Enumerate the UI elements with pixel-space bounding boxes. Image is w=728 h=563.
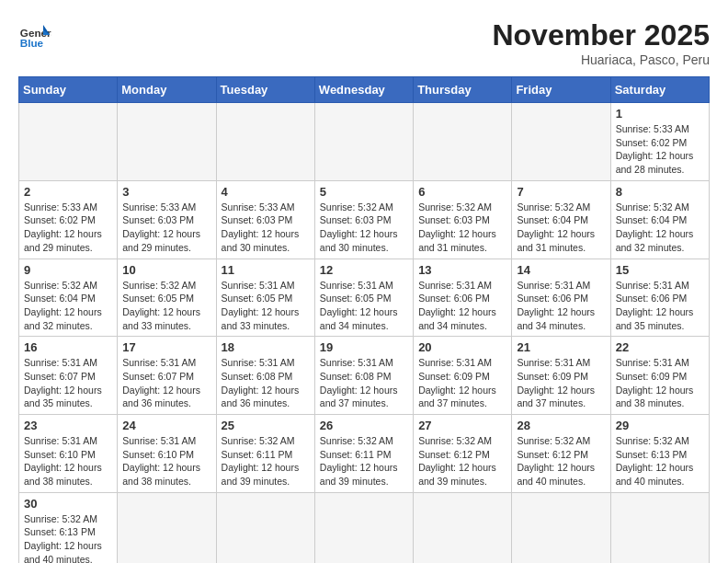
day-number: 15 [616, 263, 704, 277]
day-number: 24 [122, 419, 210, 432]
day-number: 21 [517, 340, 605, 354]
calendar-cell: 30Sunrise: 5:32 AM Sunset: 6:13 PM Dayli… [19, 492, 118, 563]
calendar-cell: 4Sunrise: 5:33 AM Sunset: 6:03 PM Daylig… [216, 180, 314, 259]
calendar-cell [414, 103, 512, 181]
day-info: Sunrise: 5:32 AM Sunset: 6:04 PM Dayligh… [517, 201, 605, 255]
day-number: 4 [222, 185, 310, 199]
day-info: Sunrise: 5:31 AM Sunset: 6:10 PM Dayligh… [24, 434, 112, 488]
weekday-header-monday: Monday [118, 77, 216, 103]
calendar-cell [610, 492, 709, 563]
day-info: Sunrise: 5:32 AM Sunset: 6:12 PM Dayligh… [517, 434, 605, 488]
day-number: 16 [24, 340, 112, 354]
day-number: 6 [418, 185, 506, 199]
day-number: 30 [24, 497, 112, 511]
day-number: 1 [616, 107, 704, 121]
day-number: 12 [320, 263, 408, 277]
calendar-cell: 14Sunrise: 5:31 AM Sunset: 6:06 PM Dayli… [512, 259, 610, 337]
weekday-header-row: SundayMondayTuesdayWednesdayThursdayFrid… [19, 77, 710, 103]
calendar-cell: 6Sunrise: 5:32 AM Sunset: 6:03 PM Daylig… [414, 180, 512, 259]
calendar-cell: 5Sunrise: 5:32 AM Sunset: 6:03 PM Daylig… [314, 180, 413, 259]
day-info: Sunrise: 5:31 AM Sunset: 6:08 PM Dayligh… [320, 356, 408, 410]
day-info: Sunrise: 5:32 AM Sunset: 6:11 PM Dayligh… [222, 434, 310, 488]
calendar-cell: 8Sunrise: 5:32 AM Sunset: 6:04 PM Daylig… [610, 180, 709, 259]
weekday-header-tuesday: Tuesday [216, 77, 314, 103]
day-info: Sunrise: 5:31 AM Sunset: 6:07 PM Dayligh… [122, 356, 210, 410]
calendar-week-row: 16Sunrise: 5:31 AM Sunset: 6:07 PM Dayli… [19, 337, 710, 415]
day-info: Sunrise: 5:32 AM Sunset: 6:11 PM Dayligh… [320, 434, 408, 488]
calendar-cell [314, 103, 413, 181]
day-number: 13 [418, 263, 506, 277]
day-info: Sunrise: 5:32 AM Sunset: 6:05 PM Dayligh… [122, 279, 210, 333]
day-info: Sunrise: 5:32 AM Sunset: 6:04 PM Dayligh… [24, 279, 112, 333]
day-info: Sunrise: 5:31 AM Sunset: 6:05 PM Dayligh… [222, 279, 310, 333]
day-number: 23 [24, 419, 112, 432]
calendar-cell: 12Sunrise: 5:31 AM Sunset: 6:05 PM Dayli… [314, 259, 413, 337]
day-number: 17 [122, 340, 210, 354]
day-info: Sunrise: 5:31 AM Sunset: 6:09 PM Dayligh… [616, 356, 704, 410]
calendar-cell [216, 492, 314, 563]
calendar-week-row: 9Sunrise: 5:32 AM Sunset: 6:04 PM Daylig… [19, 259, 710, 337]
day-info: Sunrise: 5:31 AM Sunset: 6:05 PM Dayligh… [320, 279, 408, 333]
calendar-cell: 3Sunrise: 5:33 AM Sunset: 6:03 PM Daylig… [118, 180, 216, 259]
calendar-cell: 17Sunrise: 5:31 AM Sunset: 6:07 PM Dayli… [118, 337, 216, 415]
day-info: Sunrise: 5:32 AM Sunset: 6:12 PM Dayligh… [418, 434, 506, 488]
calendar-cell: 16Sunrise: 5:31 AM Sunset: 6:07 PM Dayli… [19, 337, 118, 415]
calendar-cell: 22Sunrise: 5:31 AM Sunset: 6:09 PM Dayli… [610, 337, 709, 415]
day-number: 5 [320, 185, 408, 199]
calendar-cell: 25Sunrise: 5:32 AM Sunset: 6:11 PM Dayli… [216, 415, 314, 493]
day-number: 25 [222, 419, 310, 432]
calendar-cell: 10Sunrise: 5:32 AM Sunset: 6:05 PM Dayli… [118, 259, 216, 337]
title-block: November 2025 Huariaca, Pasco, Peru [492, 18, 710, 67]
calendar-cell [118, 103, 216, 181]
day-number: 10 [122, 263, 210, 277]
calendar-week-row: 30Sunrise: 5:32 AM Sunset: 6:13 PM Dayli… [19, 492, 710, 563]
calendar-cell [512, 492, 610, 563]
day-info: Sunrise: 5:31 AM Sunset: 6:09 PM Dayligh… [517, 356, 605, 410]
calendar-cell: 27Sunrise: 5:32 AM Sunset: 6:12 PM Dayli… [414, 415, 512, 493]
day-number: 19 [320, 340, 408, 354]
day-info: Sunrise: 5:32 AM Sunset: 6:03 PM Dayligh… [320, 201, 408, 255]
calendar-cell [19, 103, 118, 181]
day-info: Sunrise: 5:33 AM Sunset: 6:02 PM Dayligh… [24, 201, 112, 255]
page-header: General Blue November 2025 Huariaca, Pas… [18, 18, 710, 67]
day-number: 29 [616, 419, 704, 432]
calendar-cell [414, 492, 512, 563]
day-info: Sunrise: 5:31 AM Sunset: 6:08 PM Dayligh… [222, 356, 310, 410]
day-info: Sunrise: 5:31 AM Sunset: 6:07 PM Dayligh… [24, 356, 112, 410]
day-info: Sunrise: 5:33 AM Sunset: 6:02 PM Dayligh… [616, 122, 704, 177]
calendar-cell: 13Sunrise: 5:31 AM Sunset: 6:06 PM Dayli… [414, 259, 512, 337]
day-number: 2 [24, 185, 112, 199]
calendar-cell: 24Sunrise: 5:31 AM Sunset: 6:10 PM Dayli… [118, 415, 216, 493]
calendar-cell: 29Sunrise: 5:32 AM Sunset: 6:13 PM Dayli… [610, 415, 709, 493]
day-number: 11 [222, 263, 310, 277]
day-number: 27 [418, 419, 506, 432]
location-subtitle: Huariaca, Pasco, Peru [492, 52, 710, 67]
day-number: 7 [517, 185, 605, 199]
weekday-header-friday: Friday [512, 77, 610, 103]
logo: General Blue [18, 18, 51, 52]
calendar-cell: 2Sunrise: 5:33 AM Sunset: 6:02 PM Daylig… [19, 180, 118, 259]
calendar-cell: 28Sunrise: 5:32 AM Sunset: 6:12 PM Dayli… [512, 415, 610, 493]
calendar-cell: 21Sunrise: 5:31 AM Sunset: 6:09 PM Dayli… [512, 337, 610, 415]
calendar-week-row: 1Sunrise: 5:33 AM Sunset: 6:02 PM Daylig… [19, 103, 710, 181]
day-info: Sunrise: 5:33 AM Sunset: 6:03 PM Dayligh… [122, 201, 210, 255]
day-info: Sunrise: 5:31 AM Sunset: 6:06 PM Dayligh… [517, 279, 605, 333]
day-number: 14 [517, 263, 605, 277]
calendar-cell [314, 492, 413, 563]
day-info: Sunrise: 5:31 AM Sunset: 6:09 PM Dayligh… [418, 356, 506, 410]
calendar-cell: 1Sunrise: 5:33 AM Sunset: 6:02 PM Daylig… [610, 103, 709, 181]
calendar-cell [512, 103, 610, 181]
day-number: 3 [122, 185, 210, 199]
month-title: November 2025 [492, 18, 710, 52]
calendar-cell: 19Sunrise: 5:31 AM Sunset: 6:08 PM Dayli… [314, 337, 413, 415]
day-info: Sunrise: 5:32 AM Sunset: 6:03 PM Dayligh… [418, 201, 506, 255]
calendar-table: SundayMondayTuesdayWednesdayThursdayFrid… [18, 76, 710, 563]
day-number: 20 [418, 340, 506, 354]
day-info: Sunrise: 5:31 AM Sunset: 6:06 PM Dayligh… [616, 279, 704, 333]
weekday-header-saturday: Saturday [610, 77, 709, 103]
day-number: 28 [517, 419, 605, 432]
day-info: Sunrise: 5:31 AM Sunset: 6:10 PM Dayligh… [122, 434, 210, 488]
calendar-cell [118, 492, 216, 563]
calendar-cell: 15Sunrise: 5:31 AM Sunset: 6:06 PM Dayli… [610, 259, 709, 337]
day-number: 8 [616, 185, 704, 199]
